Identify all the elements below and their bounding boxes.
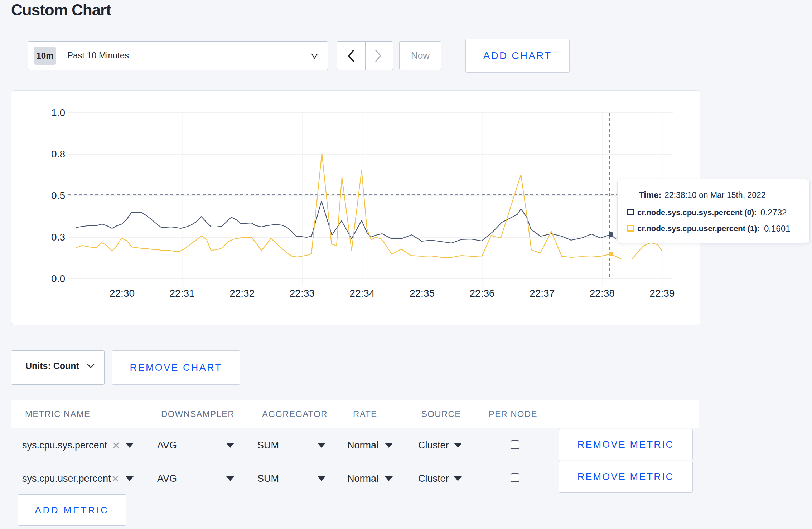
svg-text:0.3: 0.3	[51, 232, 65, 243]
svg-text:22:31: 22:31	[170, 288, 195, 299]
svg-text:0.0: 0.0	[51, 273, 65, 284]
svg-text:22:32: 22:32	[229, 288, 255, 299]
svg-text:22:37: 22:37	[530, 288, 555, 299]
svg-text:1.0: 1.0	[51, 107, 65, 118]
svg-text:0.8: 0.8	[51, 149, 65, 160]
svg-text:22:30: 22:30	[110, 288, 135, 299]
svg-text:22:36: 22:36	[470, 288, 495, 299]
svg-text:22:35: 22:35	[410, 288, 435, 299]
svg-text:0.5: 0.5	[51, 190, 65, 201]
svg-text:22:33: 22:33	[290, 288, 315, 299]
svg-text:22:39: 22:39	[649, 288, 675, 299]
svg-text:22:34: 22:34	[349, 288, 374, 299]
svg-text:22:38: 22:38	[590, 288, 615, 299]
